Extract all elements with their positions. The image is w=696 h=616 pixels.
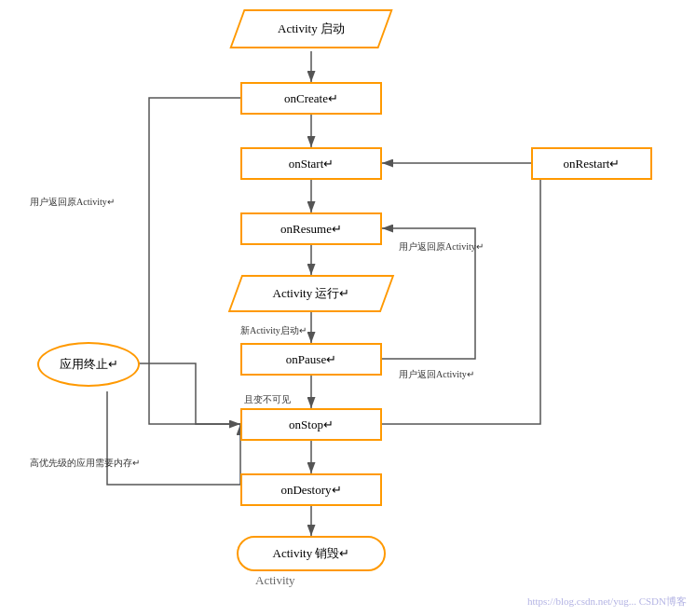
- on-destroy-shape: onDestory↵: [240, 473, 382, 506]
- activity-running-label: Activity 运行↵: [273, 285, 350, 302]
- on-start-shape: onStart↵: [240, 147, 382, 180]
- on-create-label: onCreate↵: [284, 91, 338, 106]
- activity-end-label: Activity 销毁↵: [273, 545, 350, 562]
- on-resume-shape: onResume↵: [240, 212, 382, 245]
- activity-end-shape: Activity 销毁↵: [237, 536, 386, 571]
- watermark: https://blog.csdn.net/yug... CSDN博客: [527, 595, 687, 609]
- activity-start-shape: Activity 启动: [237, 9, 386, 48]
- on-pause-shape: onPause↵: [240, 343, 382, 376]
- flowchart: Activity 启动 onCreate↵ onStart↵ onRestart…: [0, 0, 696, 616]
- activity-start-label: Activity 启动: [278, 21, 345, 37]
- on-start-label: onStart↵: [289, 157, 334, 171]
- on-destroy-label: onDestory↵: [280, 483, 341, 498]
- bottom-activity-label: Activity: [255, 573, 295, 588]
- on-pause-label: onPause↵: [286, 352, 336, 367]
- label-user-back1: 用户返回原Activity↵: [30, 196, 115, 209]
- on-stop-label: onStop↵: [289, 418, 334, 432]
- label-new-activity: 新Activity启动↵: [240, 324, 307, 337]
- on-restart-shape: onRestart↵: [531, 147, 652, 180]
- app-terminate-label: 应用终止↵: [60, 356, 118, 373]
- label-user-back2: 用户返回原Activity↵: [399, 240, 484, 253]
- on-restart-label: onRestart↵: [564, 157, 621, 171]
- activity-running-shape: Activity 运行↵: [235, 275, 388, 312]
- on-stop-shape: onStop↵: [240, 408, 382, 441]
- on-resume-label: onResume↵: [280, 222, 342, 237]
- app-terminate-shape: 应用终止↵: [37, 342, 140, 387]
- label-user-back3: 用户返回Activity↵: [399, 368, 474, 381]
- on-create-shape: onCreate↵: [240, 82, 382, 115]
- label-invisible: 且变不可见: [244, 393, 291, 406]
- label-high-priority: 高优先级的应用需要内存↵: [30, 457, 140, 470]
